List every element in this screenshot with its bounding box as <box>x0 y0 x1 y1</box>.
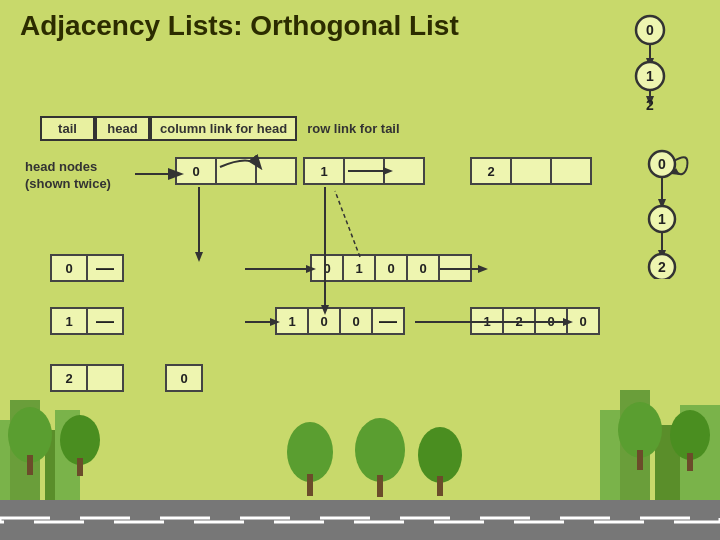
data-row-1-edge: 1 0 0 — <box>275 307 403 335</box>
svg-rect-23 <box>307 474 313 496</box>
svg-rect-19 <box>377 475 383 497</box>
svg-rect-3 <box>55 410 80 540</box>
svg-rect-7 <box>77 458 83 476</box>
svg-point-20 <box>418 427 462 483</box>
svg-rect-15 <box>687 453 693 471</box>
svg-rect-13 <box>637 450 643 470</box>
data-row-0-edge: 0 1 0 0 — <box>310 254 470 282</box>
svg-marker-36 <box>195 252 203 262</box>
svg-text:1: 1 <box>646 68 654 84</box>
data-row-1: 1 — <box>50 307 122 335</box>
svg-line-49 <box>335 191 360 257</box>
head-nodes-label: head nodes(shown twice) <box>25 159 111 193</box>
legend-head: head <box>95 116 150 141</box>
head-node-2: 2 <box>470 157 590 185</box>
legend-col-link: column link for head <box>150 116 297 141</box>
head-node-0: 0 <box>175 157 295 185</box>
page-title: Adjacency Lists: Orthogonal List <box>20 10 459 42</box>
svg-rect-21 <box>437 476 443 496</box>
diagram-area: head nodes(shown twice) 0 1 2 0 — 0 <box>20 149 700 419</box>
main-content: Adjacency Lists: Orthogonal List 0 1 2 <box>0 0 720 429</box>
data-row-0: 0 — <box>50 254 122 282</box>
svg-marker-42 <box>478 265 488 273</box>
legend-row-link: row link for tail <box>307 121 399 136</box>
data-row-2: 2 <box>50 364 122 392</box>
svg-text:1: 1 <box>658 211 666 227</box>
legend-tail: tail <box>40 116 95 141</box>
svg-rect-10 <box>655 425 690 540</box>
head-node-1: 1 <box>303 157 423 185</box>
svg-rect-0 <box>0 420 40 540</box>
svg-text:0: 0 <box>646 22 654 38</box>
self-loop-nodes: 0 1 2 <box>632 149 692 283</box>
svg-rect-17 <box>0 518 720 522</box>
svg-rect-2 <box>45 430 80 540</box>
svg-point-22 <box>287 422 333 482</box>
svg-rect-5 <box>27 455 33 475</box>
svg-text:0: 0 <box>658 156 666 172</box>
svg-text:2: 2 <box>646 97 654 112</box>
svg-rect-8 <box>600 410 640 540</box>
self-loop-diagram: 0 1 2 <box>615 12 685 116</box>
svg-rect-16 <box>0 500 720 540</box>
data-row-2-val: 0 <box>165 364 201 392</box>
svg-text:2: 2 <box>658 259 666 275</box>
legend-row: tail head column link for head row link … <box>40 116 700 141</box>
data-row-1-edge2: 1 2 0 0 <box>470 307 598 335</box>
